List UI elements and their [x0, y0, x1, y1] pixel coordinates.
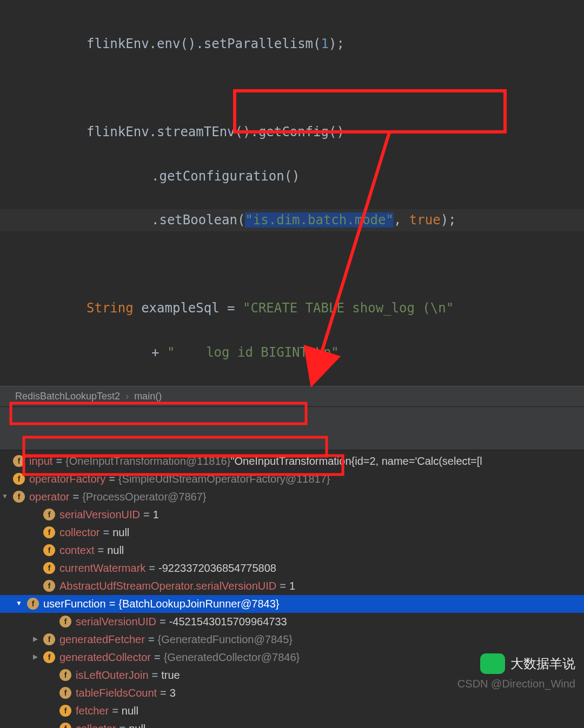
variable-row[interactable]: fcollector = null — [0, 524, 584, 542]
variable-name: isLeftOuterJoin — [76, 666, 149, 684]
variable-row[interactable]: fserialVersionUID = 1 — [0, 506, 584, 524]
variable-row[interactable]: foperator = {ProcessOperator@7867} — [0, 488, 584, 506]
variable-name: generatedFetcher — [59, 631, 145, 649]
variable-name: AbstractUdfStreamOperator.serialVersionU… — [59, 577, 276, 595]
equals-sign: = — [52, 452, 65, 470]
variable-name: collector — [76, 720, 116, 728]
variable-value: 1 — [289, 577, 295, 595]
equals-sign: = — [157, 684, 170, 702]
variable-value: null — [112, 524, 129, 542]
equals-sign: = — [94, 542, 107, 559]
variable-value: null — [122, 702, 138, 720]
field-icon: f — [13, 491, 25, 503]
equals-sign: = — [145, 631, 158, 649]
variable-row[interactable]: fserialVersionUID = -4521543015709964733 — [0, 613, 584, 631]
field-icon: f — [43, 562, 55, 574]
variable-value: true — [161, 666, 180, 684]
field-icon: f — [59, 705, 71, 717]
equals-sign: = — [276, 577, 289, 595]
field-icon: f — [43, 580, 55, 592]
variable-row[interactable]: foperatorFactory = {SimpleUdfStreamOpera… — [0, 470, 584, 488]
breadcrumb: RedisBatchLookupTest2 › main() — [0, 386, 584, 407]
variable-row[interactable]: fgeneratedFetcher = {GeneratedFunction@7… — [0, 631, 584, 649]
equals-sign: = — [149, 666, 162, 684]
field-icon: f — [59, 616, 71, 627]
code-line: .getConfiguration() — [0, 165, 584, 188]
variable-name: serialVersionUID — [76, 613, 156, 631]
variable-name: input — [29, 452, 52, 470]
field-icon: f — [43, 509, 55, 520]
keyword: true — [409, 212, 441, 228]
variable-value-type: {GeneratedFunction@7845} — [158, 631, 293, 649]
code-text: .getConfiguration() — [151, 169, 300, 184]
variable-name: operator — [29, 488, 70, 506]
equals-sign: = — [145, 559, 158, 577]
field-icon: f — [59, 669, 71, 681]
variable-name: context — [59, 542, 94, 559]
variable-value: 1 — [153, 506, 159, 524]
variable-value: -9223372036854775808 — [158, 559, 276, 577]
expand-arrow-icon[interactable] — [14, 598, 24, 609]
field-icon: f — [43, 633, 55, 645]
variable-value: -4521543015709964733 — [169, 613, 287, 631]
string-literal: "CREATE TABLE show_log (\n" — [243, 300, 454, 316]
code-text: flinkEnv.env().setParallelism( — [87, 36, 321, 51]
variable-row[interactable]: fAbstractUdfStreamOperator.serialVersion… — [0, 577, 584, 595]
breadcrumb-item[interactable]: RedisBatchLookupTest2 — [15, 391, 120, 402]
code-text: flinkEnv.streamTEnv().getConfig() — [87, 124, 344, 139]
equals-sign: = — [116, 720, 129, 728]
equals-sign: = — [99, 524, 112, 542]
code-line: flinkEnv.streamTEnv().getConfig() — [0, 121, 584, 143]
variable-value-type: {ProcessOperator@7867} — [82, 488, 206, 506]
code-text: ); — [329, 36, 344, 51]
variable-row[interactable]: fcurrentWatermark = -9223372036854775808 — [0, 559, 584, 577]
code-line: + " log id BIGINT.\n" — [0, 342, 584, 364]
variable-row[interactable]: ffetcher = null — [0, 702, 584, 720]
watermark-csdn: CSDN @Direction_Wind — [457, 678, 575, 690]
expand-arrow-icon[interactable] — [30, 634, 40, 645]
variable-name: serialVersionUID — [59, 506, 140, 524]
expand-arrow-icon[interactable] — [0, 491, 10, 502]
field-icon: f — [59, 723, 71, 728]
code-text: ); — [441, 212, 456, 228]
blank-line — [0, 253, 584, 276]
breadcrumb-separator: › — [125, 391, 129, 402]
equals-sign: = — [109, 702, 122, 720]
breadcrumb-item[interactable]: main() — [134, 391, 162, 402]
variable-row[interactable]: fcollector = null — [0, 720, 584, 728]
field-icon: f — [43, 651, 55, 663]
variable-value-type: {OneInputTransformation@11816} — [65, 452, 230, 470]
code-text: .setBoolean( — [151, 212, 245, 228]
variable-name: collector — [59, 524, 99, 542]
field-icon: f — [59, 687, 71, 699]
code-line-highlight: .setBoolean("is.dim.batch.mode", true); — [0, 209, 584, 231]
equals-sign: = — [70, 488, 83, 506]
field-icon: f — [43, 544, 55, 556]
variable-value: null — [107, 542, 124, 559]
variable-row[interactable]: fuserFunction = {BatchLookupJoinRunner@7… — [0, 595, 584, 613]
variable-value: 3 — [170, 684, 176, 702]
variable-value-type: {SimpleUdfStreamOperatorFactory@11817} — [118, 470, 330, 488]
variable-row[interactable]: finput = {OneInputTransformation@11816} … — [0, 452, 584, 470]
expand-arrow-icon[interactable] — [30, 652, 40, 663]
string-literal-selected[interactable]: "is.dim.batch.mode" — [245, 212, 394, 228]
blank-line — [0, 77, 584, 99]
variable-value-type: {BatchLookupJoinRunner@7843} — [118, 595, 279, 613]
code-text: , — [394, 212, 409, 228]
equals-sign: = — [156, 613, 169, 631]
variable-name: operatorFactory — [29, 470, 105, 488]
variable-name: currentWatermark — [59, 559, 145, 577]
variable-name: generatedCollector — [59, 649, 151, 666]
variable-row[interactable]: fcontext = null — [0, 542, 584, 559]
string-literal: " log id BIGINT.\n" — [167, 345, 339, 360]
variable-name: userFunction — [43, 595, 106, 613]
variable-name: tableFieldsCount — [76, 684, 157, 702]
keyword: String — [87, 300, 141, 316]
code-editor[interactable]: flinkEnv.env().setParallelism(1); flinkE… — [0, 0, 584, 386]
variable-value-type: {GeneratedCollector@7846} — [164, 649, 300, 666]
chat-bubble-icon — [480, 653, 505, 674]
field-icon: f — [27, 598, 39, 610]
equals-sign: = — [151, 649, 164, 666]
equals-sign: = — [106, 595, 119, 613]
field-icon: f — [13, 455, 25, 467]
